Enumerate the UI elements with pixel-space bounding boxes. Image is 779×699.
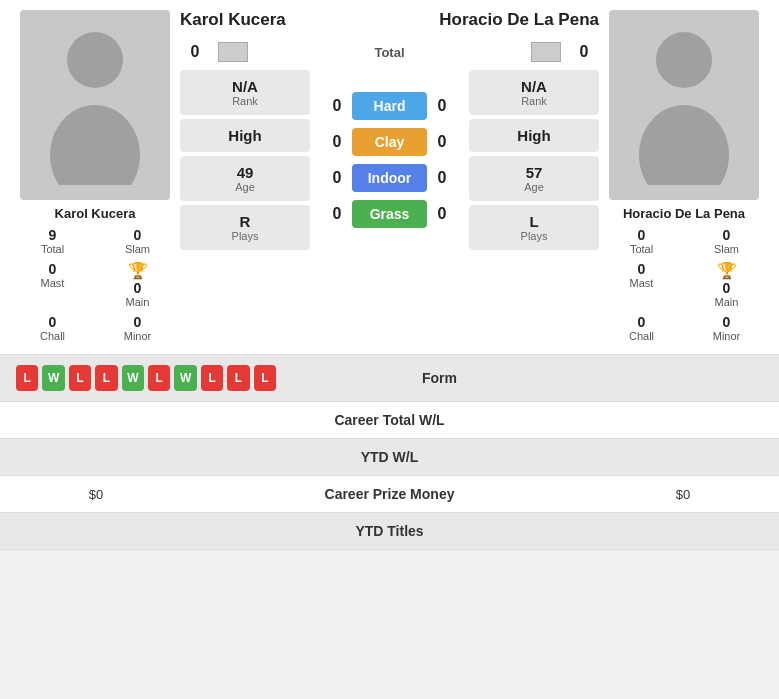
surface-badge-indoor[interactable]: Indoor bbox=[352, 164, 427, 192]
total-label: Total bbox=[374, 45, 404, 60]
left-player-avatar bbox=[20, 10, 170, 200]
left-main-cell: 🏆 0 Main bbox=[95, 259, 180, 310]
left-mast-value: 0 bbox=[49, 261, 57, 277]
left-plays-box: R Plays bbox=[180, 205, 310, 250]
right-age-label: Age bbox=[473, 181, 595, 193]
left-total-cell: 9 Total bbox=[10, 225, 95, 257]
right-chall-value: 0 bbox=[638, 314, 646, 330]
surface-row-indoor: 0 Indoor 0 bbox=[322, 160, 457, 196]
form-badge: L bbox=[69, 365, 91, 391]
right-plays-box: L Plays bbox=[469, 205, 599, 250]
right-player-avatar bbox=[609, 10, 759, 200]
left-minor-cell: 0 Minor bbox=[95, 312, 180, 344]
right-total-value: 0 bbox=[638, 227, 646, 243]
left-info-panel: N/A Rank High 49 Age R Plays bbox=[180, 70, 310, 250]
right-total-cell: 0 Total bbox=[599, 225, 684, 257]
bottom-stats: LWLLWLWLLL Form Career Total W/L YTD W/L… bbox=[0, 354, 779, 550]
middle-content-row: N/A Rank High 49 Age R Plays bbox=[180, 70, 599, 250]
left-mast-label: Mast bbox=[41, 277, 65, 289]
left-trophy-icon: 🏆 bbox=[128, 261, 148, 280]
right-main-cell: 🏆 0 Main bbox=[684, 259, 769, 310]
left-rank-label: Rank bbox=[184, 95, 306, 107]
right-minor-value: 0 bbox=[723, 314, 731, 330]
left-age-label: Age bbox=[184, 181, 306, 193]
right-player-card: Horacio De La Pena 0 Total 0 Slam 0 Mast… bbox=[599, 10, 769, 344]
surface-badge-hard[interactable]: Hard bbox=[352, 92, 427, 120]
surface-row-clay: 0 Clay 0 bbox=[322, 124, 457, 160]
prize-label: Career Prize Money bbox=[176, 486, 603, 502]
right-mast-cell: 0 Mast bbox=[599, 259, 684, 310]
svg-point-0 bbox=[67, 32, 123, 88]
middle-section: Karol Kucera Horacio De La Pena 0 Total … bbox=[180, 10, 599, 344]
right-slam-cell: 0 Slam bbox=[684, 225, 769, 257]
left-player-name: Karol Kucera bbox=[55, 206, 136, 221]
left-age-box: 49 Age bbox=[180, 156, 310, 201]
score-left-indoor: 0 bbox=[322, 169, 352, 187]
form-badge: L bbox=[148, 365, 170, 391]
left-player-stats: 9 Total 0 Slam 0 Mast 🏆 0 Main 0 bbox=[10, 225, 180, 344]
right-main-value: 0 bbox=[723, 280, 731, 296]
left-chall-label: Chall bbox=[40, 330, 65, 342]
score-right-clay: 0 bbox=[427, 133, 457, 151]
left-plays-value: R bbox=[184, 213, 306, 230]
total-score-row: 0 Total 0 bbox=[180, 38, 599, 66]
main-container: Karol Kucera 9 Total 0 Slam 0 Mast 🏆 0 bbox=[0, 0, 779, 550]
right-player-stats: 0 Total 0 Slam 0 Mast 🏆 0 Main 0 bbox=[599, 225, 769, 344]
form-badge: L bbox=[254, 365, 276, 391]
ytd-titles-label: YTD Titles bbox=[176, 523, 603, 539]
ytd-wl-row: YTD W/L bbox=[0, 439, 779, 476]
svg-point-3 bbox=[639, 105, 729, 185]
svg-point-1 bbox=[50, 105, 140, 185]
form-row: LWLLWLWLLL Form bbox=[0, 355, 779, 402]
right-plays-label: Plays bbox=[473, 230, 595, 242]
surface-badge-grass[interactable]: Grass bbox=[352, 200, 427, 228]
right-mast-label: Mast bbox=[630, 277, 654, 289]
form-badge: L bbox=[227, 365, 249, 391]
left-player-card: Karol Kucera 9 Total 0 Slam 0 Mast 🏆 0 bbox=[10, 10, 180, 344]
left-total-value: 9 bbox=[49, 227, 57, 243]
form-badge: W bbox=[122, 365, 144, 391]
right-country-flag bbox=[531, 42, 561, 62]
form-label: Form bbox=[276, 370, 603, 386]
ytd-wl-label: YTD W/L bbox=[176, 449, 603, 465]
surface-row-grass: 0 Grass 0 bbox=[322, 196, 457, 232]
left-chall-value: 0 bbox=[49, 314, 57, 330]
right-slam-label: Slam bbox=[714, 243, 739, 255]
score-left-clay: 0 bbox=[322, 133, 352, 151]
prize-right: $0 bbox=[603, 487, 763, 502]
left-rank-box: N/A Rank bbox=[180, 70, 310, 115]
total-score-left: 0 bbox=[180, 43, 210, 61]
right-age-value: 57 bbox=[473, 164, 595, 181]
form-badge: L bbox=[201, 365, 223, 391]
ytd-titles-row: YTD Titles bbox=[0, 513, 779, 550]
right-age-box: 57 Age bbox=[469, 156, 599, 201]
left-minor-label: Minor bbox=[124, 330, 152, 342]
left-slam-value: 0 bbox=[134, 227, 142, 243]
score-right-grass: 0 bbox=[427, 205, 457, 223]
right-rank-box: N/A Rank bbox=[469, 70, 599, 115]
right-high-value: High bbox=[473, 127, 595, 144]
left-minor-value: 0 bbox=[134, 314, 142, 330]
surface-col: 0 Hard 0 0 Clay 0 0 Indoor 0 0 Grass 0 bbox=[314, 70, 465, 250]
form-badges: LWLLWLWLLL bbox=[16, 365, 276, 391]
right-high-box: High bbox=[469, 119, 599, 152]
top-names-row: Karol Kucera Horacio De La Pena bbox=[180, 10, 599, 30]
right-minor-cell: 0 Minor bbox=[684, 312, 769, 344]
right-player-name: Horacio De La Pena bbox=[623, 206, 745, 221]
players-section: Karol Kucera 9 Total 0 Slam 0 Mast 🏆 0 bbox=[0, 0, 779, 354]
left-player-name-top: Karol Kucera bbox=[180, 10, 286, 30]
right-plays-value: L bbox=[473, 213, 595, 230]
surface-badge-clay[interactable]: Clay bbox=[352, 128, 427, 156]
left-high-value: High bbox=[184, 127, 306, 144]
prize-row: $0 Career Prize Money $0 bbox=[0, 476, 779, 513]
form-badge: L bbox=[95, 365, 117, 391]
right-player-name-top: Horacio De La Pena bbox=[439, 10, 599, 30]
left-high-box: High bbox=[180, 119, 310, 152]
prize-left: $0 bbox=[16, 487, 176, 502]
right-info-panel: N/A Rank High 57 Age L Plays bbox=[469, 70, 599, 250]
right-trophy-icon: 🏆 bbox=[717, 261, 737, 280]
right-main-label: Main bbox=[715, 296, 739, 308]
right-total-label: Total bbox=[630, 243, 653, 255]
total-score-right: 0 bbox=[569, 43, 599, 61]
career-wl-label: Career Total W/L bbox=[176, 412, 603, 428]
